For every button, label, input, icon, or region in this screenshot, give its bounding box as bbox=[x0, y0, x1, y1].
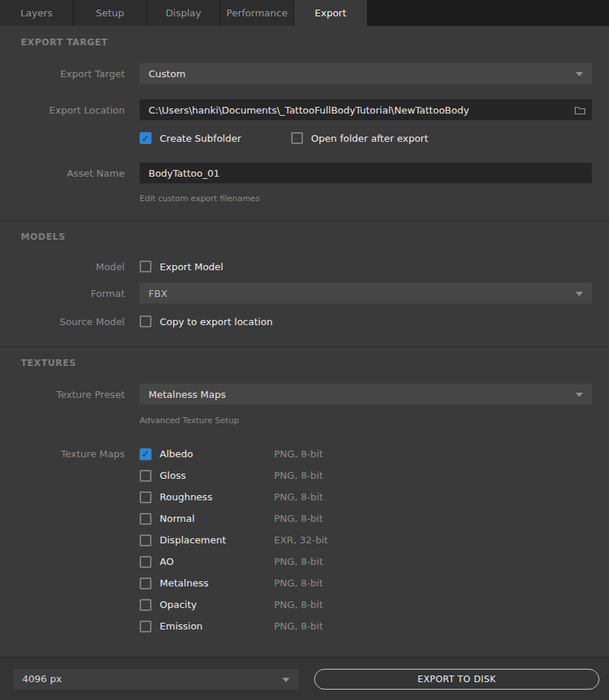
section-divider bbox=[0, 220, 609, 221]
open-folder-label: Open folder after export bbox=[311, 133, 429, 144]
create-subfolder-checkbox[interactable] bbox=[140, 132, 152, 144]
tab-display[interactable]: Display bbox=[147, 0, 220, 26]
source-model-row: Source Model Copy to export location bbox=[0, 315, 609, 327]
texture-map-row-normal: Normal PNG, 8-bit bbox=[140, 508, 592, 529]
chevron-down-icon bbox=[576, 72, 583, 76]
emission-checkbox[interactable] bbox=[140, 621, 152, 632]
texture-preset-value: Metalness Maps bbox=[149, 389, 226, 400]
albedo-format[interactable]: PNG, 8-bit bbox=[274, 448, 323, 459]
texture-map-row-roughness: Roughness PNG, 8-bit bbox=[140, 486, 592, 508]
texture-preset-dropdown[interactable]: Metalness Maps bbox=[140, 384, 592, 405]
export-target-row: Export Target Custom bbox=[0, 63, 609, 84]
normal-label: Normal bbox=[160, 513, 274, 524]
texture-map-row-gloss: Gloss PNG, 8-bit bbox=[140, 465, 592, 486]
metalness-label: Metalness bbox=[160, 578, 274, 589]
displacement-format[interactable]: EXR, 32-bit bbox=[274, 534, 328, 546]
gloss-checkbox[interactable] bbox=[140, 470, 152, 482]
export-target-dropdown[interactable]: Custom bbox=[140, 63, 592, 84]
browse-folder-button[interactable] bbox=[573, 103, 587, 117]
export-model-row: Model Export Model bbox=[0, 261, 609, 272]
asset-name-input[interactable] bbox=[140, 163, 592, 183]
section-title-export-target: EXPORT TARGET bbox=[21, 37, 609, 48]
section-title-textures: TEXTURES bbox=[21, 358, 609, 368]
texture-map-row-emission: Emission PNG, 8-bit bbox=[140, 615, 592, 637]
gloss-format[interactable]: PNG, 8-bit bbox=[274, 470, 323, 481]
albedo-checkbox[interactable] bbox=[140, 448, 152, 460]
gloss-label: Gloss bbox=[160, 470, 274, 481]
resolution-dropdown[interactable]: 4096 px bbox=[13, 669, 299, 690]
chevron-down-icon bbox=[576, 393, 583, 397]
tab-export[interactable]: Export bbox=[294, 0, 367, 26]
texture-maps-label: Texture Maps bbox=[0, 443, 125, 459]
export-model-label: Export Model bbox=[160, 261, 224, 272]
normal-format[interactable]: PNG, 8-bit bbox=[274, 513, 323, 524]
ao-checkbox[interactable] bbox=[140, 556, 152, 568]
roughness-label: Roughness bbox=[160, 491, 274, 503]
model-format-row: Format FBX bbox=[0, 283, 609, 304]
opacity-format[interactable]: PNG, 8-bit bbox=[274, 599, 323, 610]
tab-layers[interactable]: Layers bbox=[0, 0, 73, 26]
texture-maps-row: Texture Maps Albedo PNG, 8-bit Gloss PNG… bbox=[0, 443, 609, 637]
create-subfolder-label: Create Subfolder bbox=[160, 133, 241, 144]
opacity-label: Opacity bbox=[160, 599, 274, 610]
model-label: Model bbox=[0, 261, 125, 272]
roughness-format[interactable]: PNG, 8-bit bbox=[274, 491, 323, 503]
export-model-checkbox[interactable] bbox=[140, 261, 152, 272]
subfolder-options-row: Create Subfolder Open folder after expor… bbox=[0, 132, 609, 144]
emission-label: Emission bbox=[160, 621, 274, 632]
texture-map-row-opacity: Opacity PNG, 8-bit bbox=[140, 594, 592, 615]
export-location-row: Export Location bbox=[0, 99, 609, 120]
asset-name-row: Asset Name bbox=[0, 163, 609, 183]
displacement-label: Displacement bbox=[160, 534, 274, 546]
export-target-label: Export Target bbox=[0, 68, 125, 79]
section-divider bbox=[0, 347, 609, 347]
ao-label: AO bbox=[160, 556, 274, 567]
export-location-input[interactable] bbox=[140, 99, 592, 120]
asset-name-label: Asset Name bbox=[0, 168, 125, 179]
export-location-label: Export Location bbox=[0, 105, 125, 116]
tab-setup[interactable]: Setup bbox=[74, 0, 146, 26]
export-target-value: Custom bbox=[149, 68, 186, 79]
export-to-disk-button[interactable]: EXPORT TO DISK bbox=[314, 669, 599, 690]
copy-to-export-location-checkbox[interactable] bbox=[140, 315, 152, 327]
folder-icon bbox=[574, 105, 586, 115]
ao-format[interactable]: PNG, 8-bit bbox=[274, 556, 323, 567]
normal-checkbox[interactable] bbox=[140, 513, 152, 525]
emission-format[interactable]: PNG, 8-bit bbox=[274, 621, 323, 632]
texture-map-row-albedo: Albedo PNG, 8-bit bbox=[140, 443, 592, 465]
chevron-down-icon bbox=[282, 678, 290, 682]
model-format-dropdown[interactable]: FBX bbox=[140, 283, 592, 304]
roughness-checkbox[interactable] bbox=[140, 491, 152, 503]
tab-performance[interactable]: Performance bbox=[221, 0, 293, 26]
edit-custom-filenames-link[interactable]: Edit custom export filenames bbox=[140, 194, 260, 203]
metalness-checkbox[interactable] bbox=[140, 578, 152, 589]
chevron-down-icon bbox=[576, 292, 583, 296]
footer-bar: 4096 px EXPORT TO DISK bbox=[0, 657, 609, 700]
texture-map-row-ao: AO PNG, 8-bit bbox=[140, 551, 592, 572]
opacity-checkbox[interactable] bbox=[140, 599, 152, 611]
copy-to-export-location-label: Copy to export location bbox=[160, 316, 273, 327]
texture-map-row-displacement: Displacement EXR, 32-bit bbox=[140, 529, 592, 551]
texture-maps-list: Albedo PNG, 8-bit Gloss PNG, 8-bit Rough… bbox=[140, 443, 592, 637]
section-title-models: MODELS bbox=[21, 232, 609, 242]
advanced-texture-setup-link[interactable]: Advanced Texture Setup bbox=[140, 416, 239, 425]
source-model-label: Source Model bbox=[0, 316, 125, 327]
metalness-format[interactable]: PNG, 8-bit bbox=[274, 578, 323, 589]
texture-map-row-metalness: Metalness PNG, 8-bit bbox=[140, 572, 592, 594]
texture-preset-row: Texture Preset Metalness Maps bbox=[0, 384, 609, 405]
format-label: Format bbox=[0, 288, 125, 299]
resolution-value: 4096 px bbox=[22, 673, 62, 684]
displacement-checkbox[interactable] bbox=[140, 534, 152, 546]
advanced-texture-row: Advanced Texture Setup bbox=[0, 412, 609, 426]
texture-preset-label: Texture Preset bbox=[0, 389, 125, 400]
tab-bar: Layers Setup Display Performance Export bbox=[0, 0, 609, 26]
albedo-label: Albedo bbox=[160, 448, 274, 459]
model-format-value: FBX bbox=[149, 288, 167, 299]
open-folder-checkbox[interactable] bbox=[291, 132, 303, 144]
edit-filenames-row: Edit custom export filenames bbox=[0, 190, 609, 204]
